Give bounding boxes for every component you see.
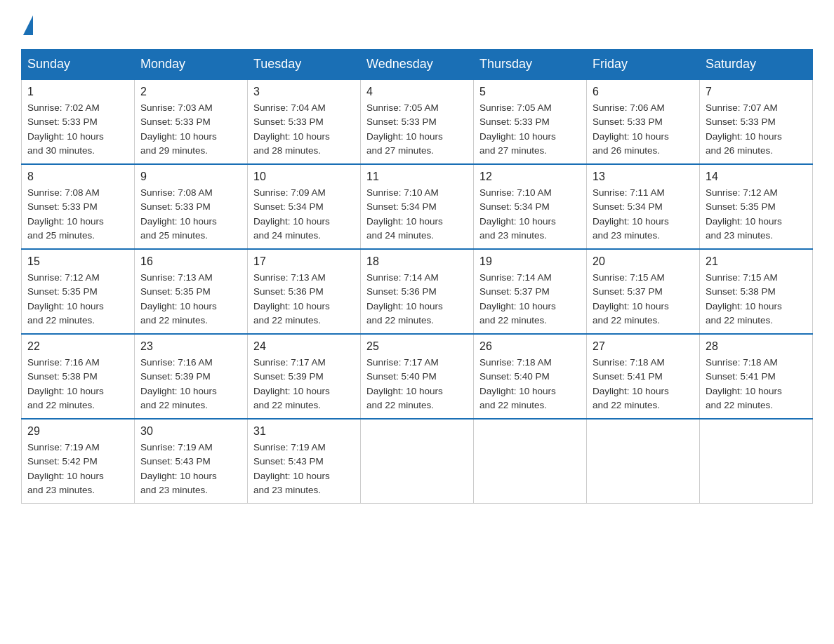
- day-number: 6: [593, 86, 694, 98]
- day-number: 25: [366, 340, 468, 353]
- calendar-cell: 9Sunrise: 7:08 AMSunset: 5:33 PMDaylight…: [135, 164, 248, 249]
- day-info: Sunrise: 7:19 AMSunset: 5:43 PMDaylight:…: [253, 441, 355, 497]
- day-number: 15: [27, 255, 128, 268]
- calendar-body: 1Sunrise: 7:02 AMSunset: 5:33 PMDaylight…: [22, 79, 813, 504]
- calendar-cell: 2Sunrise: 7:03 AMSunset: 5:33 PMDaylight…: [135, 79, 248, 164]
- day-info: Sunrise: 7:05 AMSunset: 5:33 PMDaylight:…: [479, 101, 581, 158]
- calendar-table: SundayMondayTuesdayWednesdayThursdayFrid…: [21, 49, 813, 504]
- calendar-cell: 10Sunrise: 7:09 AMSunset: 5:34 PMDayligh…: [248, 164, 361, 249]
- day-info: Sunrise: 7:06 AMSunset: 5:33 PMDaylight:…: [593, 101, 694, 158]
- day-number: 1: [27, 86, 128, 98]
- day-number: 27: [593, 340, 694, 353]
- header-friday: Friday: [587, 50, 700, 80]
- day-number: 23: [140, 340, 241, 353]
- logo: [21, 14, 34, 35]
- day-info: Sunrise: 7:13 AMSunset: 5:35 PMDaylight:…: [140, 271, 241, 328]
- day-info: Sunrise: 7:02 AMSunset: 5:33 PMDaylight:…: [27, 101, 128, 158]
- calendar-cell: 28Sunrise: 7:18 AMSunset: 5:41 PMDayligh…: [700, 334, 813, 419]
- day-number: 28: [706, 340, 807, 353]
- day-info: Sunrise: 7:10 AMSunset: 5:34 PMDaylight:…: [479, 186, 581, 243]
- calendar-cell: 13Sunrise: 7:11 AMSunset: 5:34 PMDayligh…: [587, 164, 700, 249]
- day-number: 19: [479, 255, 581, 268]
- calendar-cell: [361, 419, 474, 504]
- day-number: 13: [593, 170, 694, 183]
- header-sunday: Sunday: [22, 50, 135, 80]
- calendar-header: SundayMondayTuesdayWednesdayThursdayFrid…: [22, 50, 813, 80]
- calendar-cell: 30Sunrise: 7:19 AMSunset: 5:43 PMDayligh…: [135, 419, 248, 504]
- page-header: [21, 14, 813, 35]
- day-info: Sunrise: 7:10 AMSunset: 5:34 PMDaylight:…: [366, 186, 468, 243]
- logo-triangle-icon: [23, 15, 33, 35]
- day-number: 9: [140, 170, 241, 183]
- day-number: 10: [253, 170, 355, 183]
- header-wednesday: Wednesday: [361, 50, 474, 80]
- calendar-cell: 16Sunrise: 7:13 AMSunset: 5:35 PMDayligh…: [135, 249, 248, 334]
- week-row-1: 1Sunrise: 7:02 AMSunset: 5:33 PMDaylight…: [22, 79, 813, 164]
- calendar-cell: 14Sunrise: 7:12 AMSunset: 5:35 PMDayligh…: [700, 164, 813, 249]
- calendar-cell: 25Sunrise: 7:17 AMSunset: 5:40 PMDayligh…: [361, 334, 474, 419]
- calendar-cell: 26Sunrise: 7:18 AMSunset: 5:40 PMDayligh…: [474, 334, 587, 419]
- calendar-cell: 6Sunrise: 7:06 AMSunset: 5:33 PMDaylight…: [587, 79, 700, 164]
- calendar-cell: 29Sunrise: 7:19 AMSunset: 5:42 PMDayligh…: [22, 419, 135, 504]
- day-info: Sunrise: 7:16 AMSunset: 5:39 PMDaylight:…: [140, 356, 241, 412]
- calendar-cell: 18Sunrise: 7:14 AMSunset: 5:36 PMDayligh…: [361, 249, 474, 334]
- calendar-cell: 21Sunrise: 7:15 AMSunset: 5:38 PMDayligh…: [700, 249, 813, 334]
- calendar-cell: 17Sunrise: 7:13 AMSunset: 5:36 PMDayligh…: [248, 249, 361, 334]
- calendar-cell: 7Sunrise: 7:07 AMSunset: 5:33 PMDaylight…: [700, 79, 813, 164]
- calendar-cell: [700, 419, 813, 504]
- day-info: Sunrise: 7:18 AMSunset: 5:40 PMDaylight:…: [479, 356, 581, 412]
- day-number: 14: [706, 170, 807, 183]
- day-info: Sunrise: 7:18 AMSunset: 5:41 PMDaylight:…: [706, 356, 807, 412]
- week-row-5: 29Sunrise: 7:19 AMSunset: 5:42 PMDayligh…: [22, 419, 813, 504]
- calendar-cell: 3Sunrise: 7:04 AMSunset: 5:33 PMDaylight…: [248, 79, 361, 164]
- day-number: 11: [366, 170, 468, 183]
- calendar-cell: 20Sunrise: 7:15 AMSunset: 5:37 PMDayligh…: [587, 249, 700, 334]
- calendar-cell: 12Sunrise: 7:10 AMSunset: 5:34 PMDayligh…: [474, 164, 587, 249]
- day-info: Sunrise: 7:05 AMSunset: 5:33 PMDaylight:…: [366, 101, 468, 158]
- day-info: Sunrise: 7:17 AMSunset: 5:39 PMDaylight:…: [253, 356, 355, 412]
- day-info: Sunrise: 7:08 AMSunset: 5:33 PMDaylight:…: [140, 186, 241, 243]
- day-info: Sunrise: 7:19 AMSunset: 5:42 PMDaylight:…: [27, 441, 128, 497]
- day-info: Sunrise: 7:11 AMSunset: 5:34 PMDaylight:…: [593, 186, 694, 243]
- calendar-cell: 1Sunrise: 7:02 AMSunset: 5:33 PMDaylight…: [22, 79, 135, 164]
- day-info: Sunrise: 7:15 AMSunset: 5:38 PMDaylight:…: [706, 271, 807, 328]
- header-monday: Monday: [135, 50, 248, 80]
- day-number: 18: [366, 255, 468, 268]
- day-number: 20: [593, 255, 694, 268]
- day-info: Sunrise: 7:03 AMSunset: 5:33 PMDaylight:…: [140, 101, 241, 158]
- calendar-cell: 5Sunrise: 7:05 AMSunset: 5:33 PMDaylight…: [474, 79, 587, 164]
- header-tuesday: Tuesday: [248, 50, 361, 80]
- header-saturday: Saturday: [700, 50, 813, 80]
- day-info: Sunrise: 7:09 AMSunset: 5:34 PMDaylight:…: [253, 186, 355, 243]
- day-number: 17: [253, 255, 355, 268]
- day-number: 21: [706, 255, 807, 268]
- day-number: 5: [479, 86, 581, 98]
- calendar-cell: 24Sunrise: 7:17 AMSunset: 5:39 PMDayligh…: [248, 334, 361, 419]
- day-number: 4: [366, 86, 468, 98]
- day-info: Sunrise: 7:19 AMSunset: 5:43 PMDaylight:…: [140, 441, 241, 497]
- day-info: Sunrise: 7:16 AMSunset: 5:38 PMDaylight:…: [27, 356, 128, 412]
- day-info: Sunrise: 7:08 AMSunset: 5:33 PMDaylight:…: [27, 186, 128, 243]
- week-row-4: 22Sunrise: 7:16 AMSunset: 5:38 PMDayligh…: [22, 334, 813, 419]
- calendar-cell: [587, 419, 700, 504]
- calendar-cell: 8Sunrise: 7:08 AMSunset: 5:33 PMDaylight…: [22, 164, 135, 249]
- day-info: Sunrise: 7:07 AMSunset: 5:33 PMDaylight:…: [706, 101, 807, 158]
- calendar-cell: 11Sunrise: 7:10 AMSunset: 5:34 PMDayligh…: [361, 164, 474, 249]
- week-row-3: 15Sunrise: 7:12 AMSunset: 5:35 PMDayligh…: [22, 249, 813, 334]
- day-info: Sunrise: 7:12 AMSunset: 5:35 PMDaylight:…: [27, 271, 128, 328]
- day-number: 26: [479, 340, 581, 353]
- day-info: Sunrise: 7:14 AMSunset: 5:37 PMDaylight:…: [479, 271, 581, 328]
- calendar-cell: 27Sunrise: 7:18 AMSunset: 5:41 PMDayligh…: [587, 334, 700, 419]
- header-thursday: Thursday: [474, 50, 587, 80]
- day-number: 12: [479, 170, 581, 183]
- day-number: 30: [140, 425, 241, 438]
- header-row: SundayMondayTuesdayWednesdayThursdayFrid…: [22, 50, 813, 80]
- calendar-cell: 31Sunrise: 7:19 AMSunset: 5:43 PMDayligh…: [248, 419, 361, 504]
- day-info: Sunrise: 7:14 AMSunset: 5:36 PMDaylight:…: [366, 271, 468, 328]
- day-info: Sunrise: 7:04 AMSunset: 5:33 PMDaylight:…: [253, 101, 355, 158]
- calendar-cell: 23Sunrise: 7:16 AMSunset: 5:39 PMDayligh…: [135, 334, 248, 419]
- day-info: Sunrise: 7:17 AMSunset: 5:40 PMDaylight:…: [366, 356, 468, 412]
- day-number: 3: [253, 86, 355, 98]
- day-number: 16: [140, 255, 241, 268]
- day-number: 24: [253, 340, 355, 353]
